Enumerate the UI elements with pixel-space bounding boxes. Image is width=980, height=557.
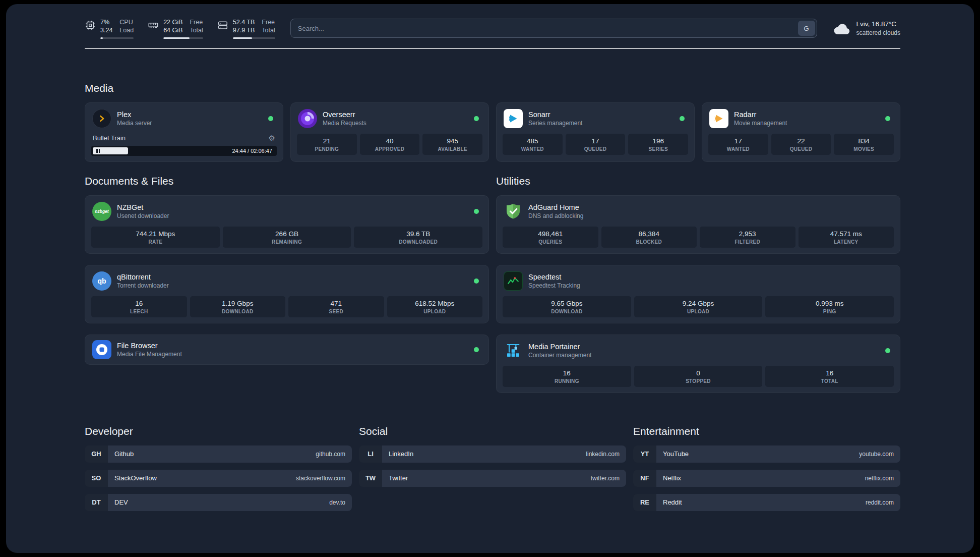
stat-upload: 618.52 Mbps UPLOAD <box>387 296 483 317</box>
stat-label: SEED <box>290 309 382 314</box>
speedtest-card[interactable]: Speedtest Speedtest Tracking 9.65 Gbps D… <box>496 265 900 323</box>
stat-label: PING <box>767 309 892 314</box>
portainer-card[interactable]: Media Portainer Container management 16 … <box>496 335 900 393</box>
stat-value: 16 <box>93 300 185 307</box>
bookmark-name: LinkedIn <box>389 450 413 458</box>
speedtest-icon <box>504 271 523 291</box>
memory-resource-widget: 22 GiB 64 GiB Free Total <box>148 18 203 39</box>
pause-icon[interactable] <box>96 149 100 153</box>
bookmark-group-social: Social LI LinkedIn linkedin.com TW Twitt… <box>359 425 626 518</box>
bookmark-abbr: GH <box>85 445 108 463</box>
stat-download: 1.19 Gbps DOWNLOAD <box>190 296 286 317</box>
stat-value: 86,384 <box>603 230 695 238</box>
status-dot <box>268 116 273 121</box>
app-desc: Usenet downloader <box>117 212 169 219</box>
cpu-resource-widget: 7% 3.24 CPU Load <box>85 18 134 39</box>
stat-label: AVAILABLE <box>424 146 480 152</box>
playback-progress-bar[interactable]: 24:44 / 02:06:47 <box>91 146 277 156</box>
app-name: File Browser <box>117 342 182 350</box>
stat-value: 39.6 TB <box>356 230 480 238</box>
stat-download: 9.65 Gbps DOWNLOAD <box>503 296 631 317</box>
overseerr-card[interactable]: Overseerr Media Requests 21 PENDING 40 A… <box>290 102 489 162</box>
bookmark-youtube[interactable]: YT YouTube youtube.com <box>633 445 900 463</box>
stat-label: FILTERED <box>702 239 793 245</box>
cpu-progress-fill <box>100 37 103 39</box>
playback-progress-fill <box>93 147 128 154</box>
stat-label: MOVIES <box>836 146 892 152</box>
bookmark-twitter[interactable]: TW Twitter twitter.com <box>359 470 626 487</box>
radarr-icon <box>709 109 728 128</box>
stat-value: 2,953 <box>702 230 793 238</box>
bookmark-dev[interactable]: DT DEV dev.to <box>85 494 352 511</box>
app-name: Speedtest <box>528 273 580 281</box>
stat-series: 196 SERIES <box>628 134 688 155</box>
bookmark-netflix[interactable]: NF Netflix netflix.com <box>633 470 900 487</box>
bookmark-linkedin[interactable]: LI LinkedIn linkedin.com <box>359 445 626 463</box>
stat-value: 9.65 Gbps <box>505 300 629 307</box>
top-bar: 7% 3.24 CPU Load <box>85 18 900 39</box>
search-provider-button[interactable]: G <box>798 21 815 36</box>
filebrowser-card[interactable]: File Browser Media File Management <box>85 335 489 365</box>
bookmark-abbr: DT <box>85 494 108 511</box>
bookmark-url: twitter.com <box>591 475 620 482</box>
bookmark-url: linkedin.com <box>586 451 620 458</box>
memory-free-label: Free <box>190 18 203 26</box>
stat-label: UPLOAD <box>636 309 761 314</box>
search-input[interactable] <box>291 19 797 37</box>
stat-value: 17 <box>710 137 766 145</box>
stat-wanted: 17 WANTED <box>708 134 768 155</box>
stat-latency: 47.571 ms LATENCY <box>799 227 894 248</box>
stat-upload: 9.24 Gbps UPLOAD <box>634 296 763 317</box>
stat-label: QUERIES <box>505 239 596 245</box>
developer-group-title: Developer <box>85 425 352 437</box>
bookmark-github[interactable]: GH Github github.com <box>85 445 352 463</box>
app-desc: DNS and adblocking <box>528 212 583 219</box>
plex-card[interactable]: Plex Media server Bullet Train ⚙ 24:44 /… <box>85 102 283 162</box>
qbittorrent-card[interactable]: qb qBittorrent Torrent downloader 16 LEE… <box>85 265 489 323</box>
bookmark-reddit[interactable]: RE Reddit reddit.com <box>633 494 900 511</box>
status-dot <box>885 116 890 121</box>
bookmark-name: Github <box>114 450 134 458</box>
stat-blocked: 86,384 BLOCKED <box>601 227 697 248</box>
adguard-card[interactable]: AdGuard Home DNS and adblocking 498,461 … <box>496 195 900 254</box>
status-dot <box>680 116 685 121</box>
disk-icon <box>217 20 228 31</box>
stat-label: LEECH <box>93 309 185 314</box>
stat-value: 196 <box>630 137 686 145</box>
stat-value: 744.21 Mbps <box>93 230 218 238</box>
app-desc: Media server <box>117 120 152 127</box>
radarr-card[interactable]: Radarr Movie management 17 WANTED 22 QUE… <box>702 102 900 162</box>
weather-condition: scattered clouds <box>856 29 900 37</box>
app-name: Sonarr <box>528 110 582 119</box>
app-name: NZBGet <box>117 203 169 211</box>
stat-value: 21 <box>299 137 355 145</box>
stat-label: QUEUED <box>568 146 624 152</box>
disk-resource-widget: 52.4 TB 97.9 TB Free Total <box>217 18 275 39</box>
bookmark-url: dev.to <box>329 499 345 506</box>
stat-label: REMAINING <box>225 239 349 245</box>
stat-seed: 471 SEED <box>288 296 384 317</box>
bookmark-url: youtube.com <box>859 451 894 458</box>
documents-section: Documents & Files nzbget NZBGet Usenet d… <box>85 175 489 393</box>
stat-running: 16 RUNNING <box>503 366 631 387</box>
bookmark-name: YouTube <box>663 450 689 458</box>
gear-icon[interactable]: ⚙ <box>269 134 275 142</box>
nzbget-card[interactable]: nzbget NZBGet Usenet downloader 744.21 M… <box>85 195 489 254</box>
bookmark-name: DEV <box>114 498 128 506</box>
disk-total-value: 97.9 TB <box>233 26 255 34</box>
app-desc: Series management <box>528 120 582 127</box>
status-dot <box>474 278 479 284</box>
stat-label: TOTAL <box>767 378 892 384</box>
social-group-title: Social <box>359 425 626 437</box>
weather-widget[interactable]: Lviv, 16.87°C scattered clouds <box>832 20 900 37</box>
stat-value: 485 <box>505 137 561 145</box>
stat-value: 16 <box>505 369 629 377</box>
bookmark-name: Reddit <box>663 498 682 506</box>
sonarr-icon <box>504 109 523 128</box>
bookmark-stackoverflow[interactable]: SO StackOverflow stackoverflow.com <box>85 470 352 487</box>
nzbget-icon: nzbget <box>92 202 111 221</box>
sonarr-card[interactable]: Sonarr Series management 485 WANTED 17 Q… <box>496 102 695 162</box>
stat-wanted: 485 WANTED <box>503 134 563 155</box>
app-name: AdGuard Home <box>528 203 583 211</box>
plex-icon <box>92 109 111 128</box>
